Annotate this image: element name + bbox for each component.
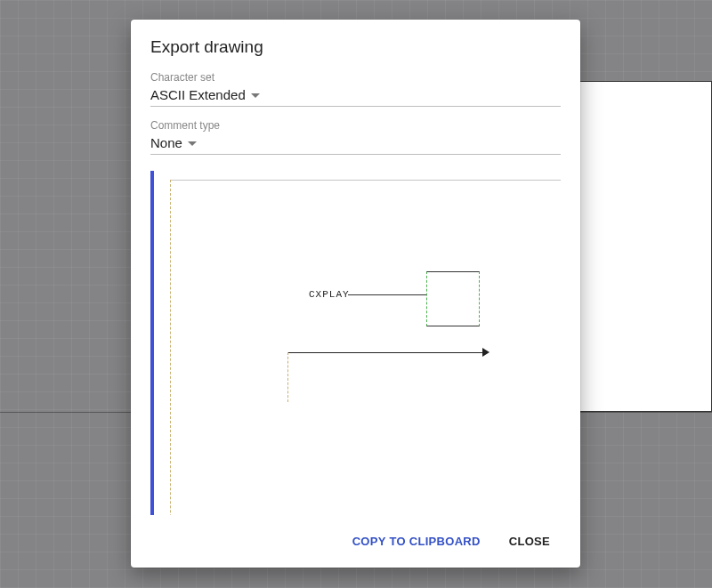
connector-line	[348, 294, 426, 295]
arrow-tail-dashed	[287, 352, 288, 402]
comment-type-label: Comment type	[150, 119, 561, 132]
arrow-head-icon	[482, 348, 490, 357]
diagram-box	[426, 271, 480, 326]
preview-left-dashed	[170, 180, 171, 515]
chevron-down-icon	[188, 141, 197, 146]
comment-type-select[interactable]: None	[150, 133, 561, 155]
close-button[interactable]: CLOSE	[502, 529, 557, 553]
dialog-title: Export drawing	[150, 37, 561, 57]
dialog-actions: COPY TO CLIPBOARD CLOSE	[150, 515, 561, 559]
preview-top-line	[170, 180, 561, 181]
canvas-panel	[562, 81, 712, 412]
preview-area: CXPLAY	[150, 171, 561, 515]
charset-value: ASCII Extended	[150, 87, 246, 102]
chevron-down-icon	[251, 93, 260, 98]
diagram-preview: CXPLAY	[158, 171, 561, 515]
charset-select[interactable]: ASCII Extended	[150, 85, 561, 107]
diagram-label: CXPLAY	[309, 289, 350, 300]
charset-label: Character set	[150, 71, 561, 84]
export-drawing-dialog: Export drawing Character set ASCII Exten…	[131, 20, 580, 568]
preview-scroll[interactable]: CXPLAY	[158, 171, 561, 515]
copy-to-clipboard-button[interactable]: COPY TO CLIPBOARD	[345, 529, 488, 553]
comment-type-value: None	[150, 135, 182, 150]
arrow-line	[287, 352, 483, 353]
